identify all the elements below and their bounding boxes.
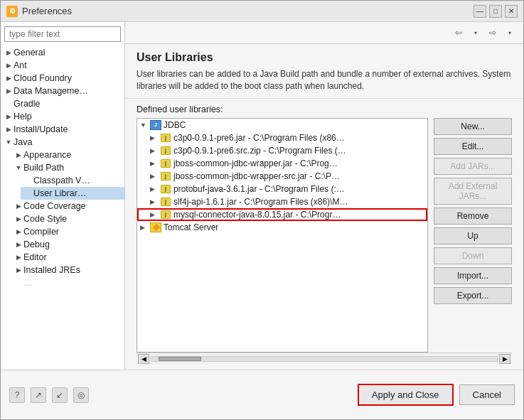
maximize-button[interactable]: □ <box>489 5 502 18</box>
jar-icon: j <box>160 158 171 168</box>
expand-arrow: ▼ <box>4 137 14 147</box>
settings-button[interactable]: ◎ <box>73 387 89 403</box>
left-panel: ▶ General ▶ Ant ▶ Cloud Foundry ▶ Data M… <box>1 22 125 370</box>
lib-area: ▼ J JDBC ▶ j c3p0-0.9.1-pre <box>137 118 512 352</box>
down-button[interactable]: Down <box>434 247 512 264</box>
sidebar-item-classpath-variables[interactable]: ▶ Classpath V… <box>21 174 124 187</box>
sidebar-item-install-update[interactable]: ▶ Install/Update <box>1 123 124 136</box>
add-external-jars-button[interactable]: Add External JARs... <box>434 178 512 205</box>
expand-arrow: ▶ <box>4 124 14 134</box>
cancel-button[interactable]: Cancel <box>459 384 515 405</box>
title-bar: ⚙ Preferences — □ ✕ <box>1 1 523 22</box>
up-button[interactable]: Up <box>434 227 512 244</box>
right-body: Defined user libraries: ▼ J JDBC <box>125 99 523 370</box>
add-jars-button[interactable]: Add JARs... <box>434 158 512 175</box>
sidebar-item-help[interactable]: ▶ Help <box>1 110 124 123</box>
lib-group-jdbc[interactable]: ▼ J JDBC <box>137 119 427 131</box>
window-icon: ⚙ <box>6 6 18 17</box>
sidebar-item-general[interactable]: ▶ General <box>1 46 124 59</box>
back-button[interactable]: ⇦ <box>451 25 466 41</box>
expand-arrow: ▶ <box>14 214 23 224</box>
new-button[interactable]: New... <box>434 118 512 135</box>
sidebar-item-code-style[interactable]: ▶ Code Style <box>11 212 124 225</box>
sidebar-item-cloud-foundry[interactable]: ▶ Cloud Foundry <box>1 72 124 85</box>
expand-arrow: ▼ <box>140 122 150 129</box>
sidebar-item-user-libraries[interactable]: ▶ User Librar… <box>21 187 124 200</box>
scroll-right-button[interactable]: ▶ <box>499 354 510 364</box>
window-title: Preferences <box>22 6 474 16</box>
right-header: User Libraries User libraries can be add… <box>125 44 523 99</box>
expand-arrow: ▶ <box>150 147 160 154</box>
sidebar-item-ant[interactable]: ▶ Ant <box>1 59 124 72</box>
lib-item-jboss-wrapper-src[interactable]: ▶ j jboss-common-jdbc-wrapper-src.jar - … <box>137 170 427 183</box>
sidebar-item-data-management[interactable]: ▶ Data Manageme… <box>1 85 124 97</box>
bottom-bar: ? ↗ ↙ ◎ Apply and Close Cancel <box>1 370 523 419</box>
expand-arrow: ▶ <box>150 211 160 218</box>
import-button[interactable]: Import... <box>434 267 512 284</box>
bottom-actions: Apply and Close Cancel <box>358 384 515 406</box>
expand-arrow: ▶ <box>140 224 150 231</box>
sidebar-item-extra[interactable]: ▶ … <box>11 276 124 289</box>
lib-item-jboss-wrapper[interactable]: ▶ j jboss-common-jdbc-wrapper.jar - C:\P… <box>137 157 427 170</box>
expand-arrow: ▼ <box>14 163 23 173</box>
sidebar-item-appearance[interactable]: ▶ Appearance <box>11 149 124 161</box>
expand-arrow: ▶ <box>14 265 23 275</box>
expand-arrow: ▶ <box>150 134 160 141</box>
expand-arrow: ▶ <box>14 227 23 237</box>
right-toolbar: ⇦ ▾ ⇨ ▾ <box>125 22 523 44</box>
remove-button[interactable]: Remove <box>434 208 512 225</box>
edit-button[interactable]: Edit... <box>434 138 512 155</box>
horizontal-scrollbar[interactable]: ◀ ▶ <box>137 352 512 364</box>
scroll-track[interactable] <box>151 356 498 362</box>
lib-item-protobuf[interactable]: ▶ j protobuf-java-3.6.1.jar - C:\Program… <box>137 183 427 195</box>
sidebar-item-build-path[interactable]: ▼ Build Path <box>11 161 124 174</box>
jar-icon: j <box>160 171 171 181</box>
jar-icon: j <box>160 146 171 156</box>
jar-icon: j <box>160 184 171 194</box>
lib-tree[interactable]: ▼ J JDBC ▶ j c3p0-0.9.1-pre <box>137 118 428 352</box>
defined-libraries-label: Defined user libraries: <box>137 104 512 114</box>
jdbc-icon: J <box>150 120 161 130</box>
help-icon-button[interactable]: ? <box>9 387 25 403</box>
window-controls: — □ ✕ <box>474 5 518 18</box>
sidebar-item-gradle[interactable]: ▶ Gradle <box>1 97 124 110</box>
forward-button[interactable]: ⇨ <box>485 25 501 41</box>
back-dropdown-button[interactable]: ▾ <box>468 25 483 41</box>
sidebar-item-code-coverage[interactable]: ▶ Code Coverage <box>11 200 124 212</box>
minimize-button[interactable]: — <box>474 5 486 18</box>
sidebar-item-installed-jres[interactable]: ▶ Installed JREs <box>11 264 124 276</box>
expand-arrow: ▶ <box>14 252 23 262</box>
sidebar-item-compiler[interactable]: ▶ Compiler <box>11 225 124 238</box>
expand-arrow: ▶ <box>14 150 23 160</box>
expand-arrow: ▶ <box>4 60 14 70</box>
sidebar-item-debug[interactable]: ▶ Debug <box>11 238 124 251</box>
expand-arrow: ▶ <box>14 239 23 249</box>
import-prefs-button[interactable]: ↙ <box>52 387 68 403</box>
filter-input[interactable] <box>4 26 121 42</box>
scroll-thumb[interactable] <box>159 357 201 361</box>
nav-toolbar: ⇦ ▾ ⇨ ▾ <box>451 25 518 41</box>
lib-item-c3p0-src[interactable]: ▶ j c3p0-0.9.1-pre6.src.zip - C:\Program… <box>137 144 427 157</box>
sidebar-item-java[interactable]: ▼ Java <box>1 136 124 149</box>
expand-arrow: ▶ <box>4 48 14 58</box>
sidebar-item-editor[interactable]: ▶ Editor <box>11 251 124 264</box>
lib-item-c3p0[interactable]: ▶ j c3p0-0.9.1-pre6.jar - C:\Program Fil… <box>137 131 427 144</box>
lib-item-mysql-connector[interactable]: ▶ j mysql-connector-java-8.0.15.jar - C:… <box>137 208 427 221</box>
lib-group-tomcat[interactable]: ▶ 🔶 Tomcat Server <box>137 221 427 234</box>
export-button[interactable]: Export... <box>434 287 512 304</box>
lib-item-slf4j[interactable]: ▶ j slf4j-api-1.6.1.jar - C:\Program Fil… <box>137 195 427 208</box>
close-button[interactable]: ✕ <box>505 5 518 18</box>
apply-and-close-button[interactable]: Apply and Close <box>358 384 454 406</box>
expand-arrow: ▶ <box>150 173 160 180</box>
button-panel: New... Edit... Add JARs... Add External … <box>434 118 512 352</box>
expand-arrow: ▶ <box>4 86 14 96</box>
jar-icon: j <box>160 210 171 220</box>
bottom-icons: ? ↗ ↙ ◎ <box>9 387 352 403</box>
right-panel: ⇦ ▾ ⇨ ▾ User Libraries User libraries ca… <box>125 22 523 370</box>
scroll-left-button[interactable]: ◀ <box>138 354 149 364</box>
expand-arrow: ▶ <box>4 73 14 83</box>
forward-dropdown-button[interactable]: ▾ <box>502 25 518 41</box>
preferences-window: ⚙ Preferences — □ ✕ ▶ General ▶ Ant <box>0 0 524 420</box>
content-area: ▶ General ▶ Ant ▶ Cloud Foundry ▶ Data M… <box>1 22 523 370</box>
export-prefs-button[interactable]: ↗ <box>31 387 46 403</box>
